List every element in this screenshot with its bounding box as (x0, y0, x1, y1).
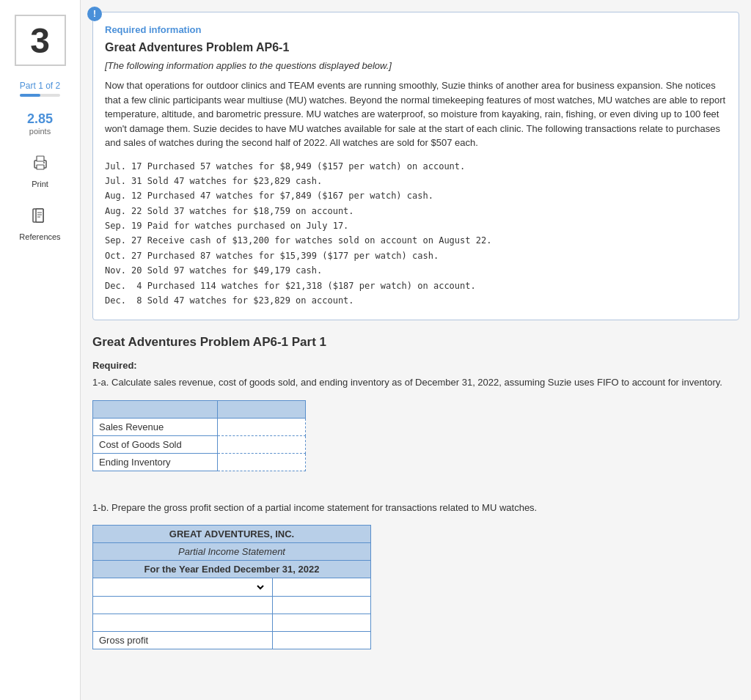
period-cell: For the Year Ended December 31, 2022 (93, 561, 371, 578)
part-progress-fill (20, 94, 40, 97)
gross-profit-row: Gross profit (93, 632, 371, 649)
svg-rect-2 (37, 156, 44, 161)
italic-note: [The following information applies to th… (105, 60, 727, 71)
income-row2-label-field[interactable] (99, 600, 266, 611)
income-row2 (93, 597, 371, 614)
income-statement-table: GREAT ADVENTURES, INC. Partial Income St… (92, 525, 371, 649)
points-display: 2.85 points (27, 111, 53, 136)
cogs-field[interactable] (224, 439, 299, 450)
instruction-1b: 1-b. Prepare the gross profit section of… (92, 501, 739, 515)
income-dropdown-row: Sales Revenue Cost of Goods Sold (93, 578, 371, 597)
svg-rect-5 (36, 209, 43, 222)
transaction-10: Dec. 8 Sold 47 watches for $23,829 on ac… (105, 293, 727, 308)
cogs-label: Cost of Goods Sold (93, 435, 218, 453)
references-icon (26, 203, 53, 229)
header-label-cell (93, 400, 218, 418)
sidebar: 3 Part 1 of 2 2.85 points Print (0, 0, 81, 700)
page-container: 3 Part 1 of 2 2.85 points Print (0, 0, 751, 700)
calc-table-header (93, 400, 306, 418)
gross-profit-field[interactable] (279, 635, 364, 646)
stmt-title-cell: Partial Income Statement (93, 543, 371, 561)
transaction-9: Dec. 4 Purchased 114 watches for $21,318… (105, 279, 727, 293)
part-indicator: Part 1 of 2 (20, 81, 60, 97)
transaction-2: Jul. 31 Sold 47 watches for $23,829 cash… (105, 174, 727, 188)
ending-inventory-field[interactable] (224, 457, 299, 468)
header-value-cell (218, 400, 306, 418)
transaction-7: Oct. 27 Purchased 87 watches for $15,399… (105, 248, 727, 263)
income-row2-value-cell[interactable] (273, 597, 371, 614)
sales-revenue-field[interactable] (224, 421, 299, 432)
print-icon (27, 150, 54, 177)
svg-point-3 (43, 162, 45, 163)
period-row: For the Year Ended December 31, 2022 (93, 561, 371, 578)
income-row3-value-cell[interactable] (273, 614, 371, 632)
company-name-cell: GREAT ADVENTURES, INC. (93, 526, 371, 543)
transaction-6: Sep. 27 Receive cash of $13,200 for watc… (105, 233, 727, 248)
sales-revenue-row: Sales Revenue (93, 418, 306, 435)
points-label: points (27, 127, 53, 136)
ending-inventory-row: Ending Inventory (93, 453, 306, 471)
print-button[interactable]: Print (27, 150, 54, 188)
income-row3 (93, 614, 371, 632)
transaction-8: Nov. 20 Sold 97 watches for $49,179 cash… (105, 263, 727, 278)
print-label: Print (32, 180, 48, 188)
svg-rect-1 (37, 165, 44, 169)
income-row3-value-field[interactable] (279, 617, 364, 628)
transaction-1: Jul. 17 Purchased 57 watches for $8,949 … (105, 159, 727, 174)
income-row3-label[interactable] (93, 614, 273, 632)
income-dropdown-value-cell[interactable] (273, 578, 371, 597)
sales-revenue-label: Sales Revenue (93, 418, 218, 435)
required-heading: Required: (92, 360, 739, 371)
exclamation-icon: ! (87, 7, 102, 21)
cogs-row: Cost of Goods Sold (93, 435, 306, 453)
part-label: Part 1 of 2 (20, 81, 60, 91)
required-label: Required information (105, 24, 727, 35)
transaction-4: Aug. 22 Sold 37 watches for $18,759 on a… (105, 204, 727, 218)
income-row3-label-field[interactable] (99, 617, 266, 628)
cogs-input[interactable] (218, 435, 306, 453)
part1-section: Great Adventures Problem AP6-1 Part 1 Re… (92, 335, 739, 649)
gross-profit-label: Gross profit (93, 632, 273, 649)
company-name-row: GREAT ADVENTURES, INC. (93, 526, 371, 543)
income-row2-label[interactable] (93, 597, 273, 614)
sales-revenue-input[interactable] (218, 418, 306, 435)
points-value: 2.85 (27, 111, 53, 127)
gross-profit-value-cell[interactable] (273, 632, 371, 649)
problem-title: Great Adventures Problem AP6-1 (105, 41, 727, 54)
main-content: ! Required information Great Adventures … (81, 0, 751, 700)
transaction-3: Aug. 12 Purchased 47 watches for $7,849 … (105, 188, 727, 203)
question-number: 3 (15, 15, 66, 66)
transactions-list: Jul. 17 Purchased 57 watches for $8,949 … (105, 159, 727, 309)
part-progress-bar (20, 94, 60, 97)
income-category-select[interactable]: Sales Revenue Cost of Goods Sold (99, 581, 266, 593)
income-row1-value[interactable] (279, 582, 364, 593)
info-box: ! Required information Great Adventures … (92, 12, 739, 320)
problem-description: Now that operations for outdoor clinics … (105, 78, 727, 150)
stmt-title-row: Partial Income Statement (93, 543, 371, 561)
transaction-5: Sep. 19 Paid for watches purchased on Ju… (105, 218, 727, 233)
references-button[interactable]: References (19, 203, 60, 241)
instruction-1a: 1-a. Calculate sales revenue, cost of go… (92, 375, 739, 390)
part1-title: Great Adventures Problem AP6-1 Part 1 (92, 335, 739, 350)
references-label: References (19, 232, 60, 241)
ending-inventory-input[interactable] (218, 453, 306, 471)
income-row2-value-field[interactable] (279, 600, 364, 611)
calc-table: Sales Revenue Cost of Goods Sold Ending … (92, 400, 306, 471)
ending-inventory-label: Ending Inventory (93, 453, 218, 471)
income-dropdown-label-cell: Sales Revenue Cost of Goods Sold (93, 578, 273, 597)
